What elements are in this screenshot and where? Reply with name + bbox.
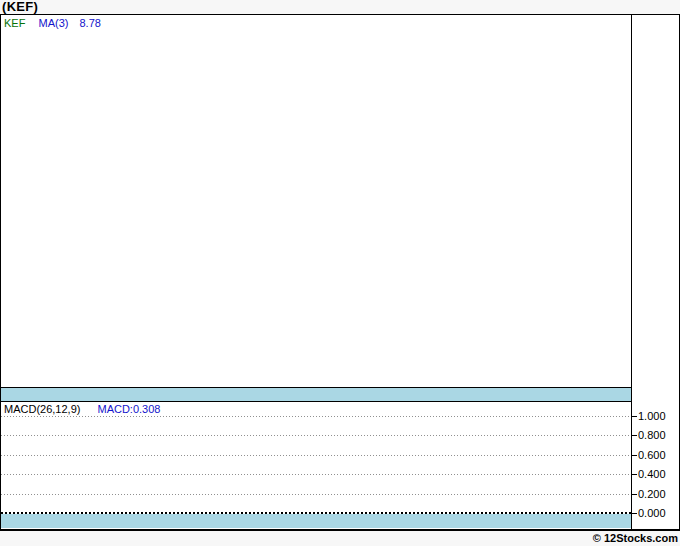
macd-gridline <box>1 474 631 475</box>
watermark-credit: © 12Stocks.com <box>593 531 678 545</box>
axis-tick-mark <box>632 435 637 436</box>
axis-tick-label: 0.600 <box>638 449 666 461</box>
axis-tick-mark <box>632 455 637 456</box>
macd-gridline <box>1 494 631 495</box>
price-panel: KEF MA(3) 8.78 <box>1 15 631 387</box>
macd-gridline <box>1 435 631 436</box>
macd-legend: MACD(26,12,9) MACD:0.308 <box>4 403 168 415</box>
axis-tick-mark <box>632 474 637 475</box>
macd-params-label: MACD(26,12,9) <box>4 403 80 415</box>
axis-tick-mark <box>632 416 637 417</box>
axis-tick-label: 1.000 <box>638 410 666 422</box>
axis-tick-label: 0.800 <box>638 429 666 441</box>
macd-panel: MACD(26,12,9) MACD:0.308 <box>1 402 631 514</box>
macd-gridline <box>1 416 631 417</box>
axis-tick-label: 0.200 <box>638 488 666 500</box>
chart-frame: KEF MA(3) 8.78 MACD(26,12,9) MACD:0.308 … <box>0 14 680 531</box>
price-legend: KEF MA(3) 8.78 <box>4 17 109 29</box>
macd-value-label: MACD:0.308 <box>97 403 160 415</box>
axis-tick-mark <box>632 494 637 495</box>
axis-tick-label: 0.400 <box>638 468 666 480</box>
axis-tick-label: 0.000 <box>638 507 666 519</box>
macd-gridline <box>1 455 631 456</box>
separator-band-bottom <box>1 514 631 528</box>
ma-indicator-label: MA(3) <box>38 17 68 29</box>
axis-tick-mark <box>632 513 637 514</box>
stock-chart-page: (KEF) KEF MA(3) 8.78 MACD(26,12,9) MACD:… <box>0 0 680 546</box>
page-title: (KEF) <box>2 0 38 14</box>
chart-content: KEF MA(3) 8.78 MACD(26,12,9) MACD:0.308 … <box>1 15 679 529</box>
ma-indicator-value: 8.78 <box>79 17 100 29</box>
macd-axis-labels: 1.0000.8000.6000.4000.2000.000 <box>632 402 679 529</box>
ticker-symbol-label: KEF <box>4 17 25 29</box>
separator-band-top <box>1 388 631 401</box>
